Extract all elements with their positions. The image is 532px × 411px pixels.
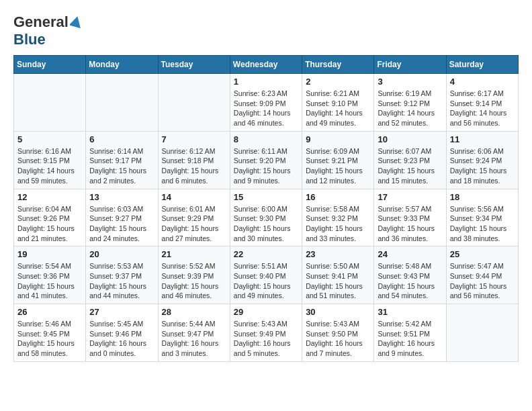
calendar-cell: 5Sunrise: 6:16 AMSunset: 9:15 PMDaylight… (14, 131, 86, 189)
day-info-line: Daylight: 15 hours (162, 167, 219, 175)
day-info-line: Sunset: 9:15 PM (17, 156, 70, 165)
header-row: SundayMondayTuesdayWednesdayThursdayFrid… (14, 56, 519, 74)
day-info-line: Sunset: 9:46 PM (89, 330, 142, 338)
day-info-line: Sunrise: 5:43 AM (234, 320, 287, 328)
day-info-line: Sunrise: 6:14 AM (89, 147, 143, 155)
day-info-line: Sunrise: 5:45 AM (89, 320, 143, 328)
calendar-cell: 17Sunrise: 5:57 AMSunset: 9:33 PMDayligh… (374, 189, 446, 246)
day-number: 28 (162, 307, 226, 317)
day-info-line: and 52 minutes. (378, 119, 428, 127)
day-info-line: Sunset: 9:40 PM (234, 272, 286, 280)
calendar-cell: 1Sunrise: 6:23 AMSunset: 9:09 PMDaylight… (230, 74, 302, 132)
week-row-3: 19Sunrise: 5:54 AMSunset: 9:36 PMDayligh… (14, 246, 519, 304)
day-info: Sunrise: 6:09 AMSunset: 9:21 PMDaylight:… (306, 146, 370, 186)
day-info-line: Sunrise: 5:53 AM (89, 262, 143, 270)
day-number: 19 (17, 249, 82, 259)
day-info-line: Daylight: 15 hours (306, 224, 363, 232)
day-header-saturday: Saturday (446, 56, 518, 74)
day-number: 25 (450, 249, 515, 259)
calendar-cell: 22Sunrise: 5:51 AMSunset: 9:40 PMDayligh… (230, 246, 302, 304)
day-info-line: Sunset: 9:33 PM (378, 214, 430, 222)
day-info-line: Sunrise: 6:01 AM (162, 205, 216, 213)
day-info: Sunrise: 5:54 AMSunset: 9:36 PMDaylight:… (17, 261, 82, 301)
day-number: 4 (450, 77, 515, 87)
day-info: Sunrise: 5:47 AMSunset: 9:44 PMDaylight:… (450, 261, 515, 301)
day-info-line: Sunset: 9:51 PM (378, 330, 430, 338)
day-info-line: Sunrise: 6:06 AM (450, 147, 504, 155)
calendar-cell: 6Sunrise: 6:14 AMSunset: 9:17 PMDaylight… (86, 131, 158, 189)
calendar-cell: 2Sunrise: 6:21 AMSunset: 9:10 PMDaylight… (302, 74, 374, 132)
day-info-line: Sunset: 9:12 PM (378, 99, 430, 107)
day-number: 23 (306, 249, 370, 259)
calendar-cell: 20Sunrise: 5:53 AMSunset: 9:37 PMDayligh… (86, 246, 158, 304)
day-info-line: Sunset: 9:26 PM (17, 214, 70, 222)
day-info-line: Daylight: 15 hours (162, 282, 219, 290)
svg-marker-0 (70, 16, 82, 28)
day-info: Sunrise: 6:01 AMSunset: 9:29 PMDaylight:… (162, 204, 226, 244)
day-info: Sunrise: 6:19 AMSunset: 9:12 PMDaylight:… (378, 89, 442, 128)
day-header-monday: Monday (86, 56, 158, 74)
calendar-cell: 8Sunrise: 6:11 AMSunset: 9:20 PMDaylight… (230, 131, 302, 189)
day-info-line: Sunrise: 6:03 AM (89, 205, 143, 213)
day-header-thursday: Thursday (302, 56, 374, 74)
day-info-line: Daylight: 15 hours (234, 282, 291, 290)
calendar-cell: 12Sunrise: 6:04 AMSunset: 9:26 PMDayligh… (14, 189, 86, 246)
day-info-line: and 21 minutes. (17, 234, 68, 242)
day-info-line: Daylight: 15 hours (234, 167, 291, 175)
day-info: Sunrise: 6:12 AMSunset: 9:18 PMDaylight:… (162, 146, 226, 186)
day-info: Sunrise: 6:06 AMSunset: 9:24 PMDaylight:… (450, 146, 515, 186)
calendar-cell: 13Sunrise: 6:03 AMSunset: 9:27 PMDayligh… (86, 189, 158, 246)
day-info-line: Daylight: 14 hours (234, 109, 291, 117)
calendar-cell: 29Sunrise: 5:43 AMSunset: 9:49 PMDayligh… (230, 304, 302, 362)
day-number: 20 (89, 249, 154, 259)
calendar-cell: 19Sunrise: 5:54 AMSunset: 9:36 PMDayligh… (14, 246, 86, 304)
calendar-cell: 16Sunrise: 5:58 AMSunset: 9:32 PMDayligh… (302, 189, 374, 246)
day-info-line: Sunrise: 5:44 AM (162, 320, 216, 328)
day-info-line: Sunrise: 5:42 AM (378, 320, 431, 328)
day-info: Sunrise: 6:07 AMSunset: 9:23 PMDaylight:… (378, 146, 442, 186)
day-info-line: and 46 minutes. (234, 119, 284, 127)
day-number: 17 (378, 192, 442, 202)
page-header: General Blue (13, 13, 519, 48)
day-number: 10 (378, 134, 442, 144)
day-info: Sunrise: 6:23 AMSunset: 9:09 PMDaylight:… (234, 89, 298, 128)
calendar-cell: 28Sunrise: 5:44 AMSunset: 9:47 PMDayligh… (158, 304, 230, 362)
calendar-cell: 15Sunrise: 6:00 AMSunset: 9:30 PMDayligh… (230, 189, 302, 246)
day-info-line: Sunrise: 6:04 AM (17, 205, 71, 213)
calendar-cell: 23Sunrise: 5:50 AMSunset: 9:41 PMDayligh… (302, 246, 374, 304)
calendar-cell: 3Sunrise: 6:19 AMSunset: 9:12 PMDaylight… (374, 74, 446, 132)
day-number: 12 (17, 192, 82, 202)
day-info: Sunrise: 6:04 AMSunset: 9:26 PMDaylight:… (17, 204, 82, 244)
day-info-line: Daylight: 15 hours (450, 224, 507, 232)
day-number: 13 (89, 192, 154, 202)
day-info-line: Sunset: 9:18 PM (162, 156, 214, 165)
day-info-line: Daylight: 16 hours (89, 339, 146, 347)
day-info-line: and 36 minutes. (378, 234, 428, 242)
calendar-cell: 7Sunrise: 6:12 AMSunset: 9:18 PMDaylight… (158, 131, 230, 189)
week-row-0: 1Sunrise: 6:23 AMSunset: 9:09 PMDaylight… (14, 74, 519, 132)
day-info-line: Sunset: 9:37 PM (89, 272, 142, 280)
day-info: Sunrise: 5:52 AMSunset: 9:39 PMDaylight:… (162, 261, 226, 301)
week-row-1: 5Sunrise: 6:16 AMSunset: 9:15 PMDaylight… (14, 131, 519, 189)
day-number: 27 (89, 307, 154, 317)
day-info-line: Sunrise: 5:52 AM (162, 262, 216, 270)
day-info-line: Daylight: 16 hours (306, 339, 363, 347)
day-info-line: and 18 minutes. (450, 177, 500, 185)
day-info-line: Sunset: 9:10 PM (306, 99, 358, 107)
day-info-line: Daylight: 15 hours (306, 167, 363, 175)
day-info-line: Daylight: 15 hours (450, 282, 507, 290)
day-info-line: Sunset: 9:23 PM (378, 156, 430, 165)
day-info-line: and 51 minutes. (306, 291, 356, 300)
day-info: Sunrise: 6:14 AMSunset: 9:17 PMDaylight:… (89, 146, 154, 186)
day-info-line: and 15 minutes. (378, 177, 428, 185)
day-info-line: Sunset: 9:17 PM (89, 156, 142, 165)
day-number: 30 (306, 307, 370, 317)
day-info-line: Sunset: 9:27 PM (89, 214, 142, 222)
day-info-line: Sunrise: 5:54 AM (17, 262, 71, 270)
day-info-line: Sunrise: 6:21 AM (306, 89, 359, 97)
day-info-line: Daylight: 15 hours (450, 167, 507, 175)
day-number: 31 (378, 307, 442, 317)
day-info-line: Daylight: 14 hours (17, 167, 75, 175)
calendar-table: SundayMondayTuesdayWednesdayThursdayFrid… (13, 55, 519, 362)
day-number: 5 (17, 134, 82, 144)
